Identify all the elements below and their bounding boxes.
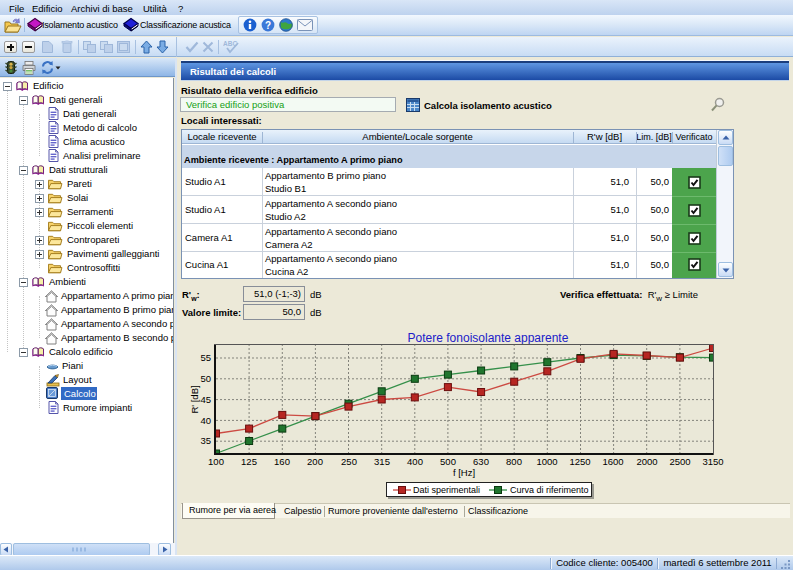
svg-text:?: ? [265, 20, 271, 31]
